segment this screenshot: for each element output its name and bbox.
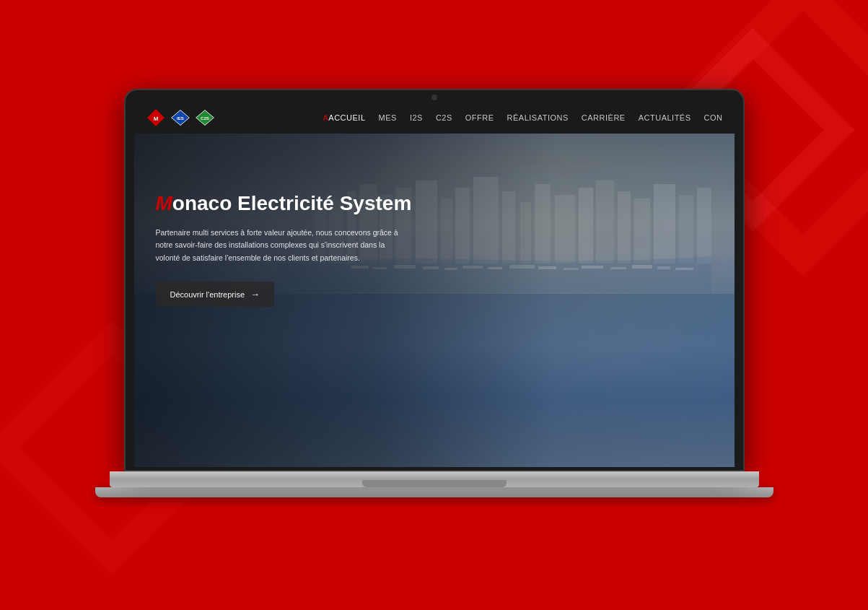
svg-text:IES: IES <box>177 115 184 120</box>
logo-c2s: C2S <box>195 108 215 128</box>
discover-button-label: Découvrir l'entreprise <box>170 290 245 299</box>
hero-content: Monaco Electricité System Partenaire mul… <box>156 191 412 308</box>
navbar-links: AACCUEIL MES I2S C2S OFFRE RÉALISATIONS … <box>323 113 723 122</box>
svg-text:M: M <box>153 116 158 122</box>
hero-title: Monaco Electricité System <box>156 191 412 216</box>
laptop-bottom <box>95 487 773 497</box>
nav-realisations[interactable]: RÉALISATIONS <box>507 113 569 122</box>
nav-con[interactable]: CON <box>704 113 723 122</box>
laptop-mockup: M IES <box>110 89 759 522</box>
hero-title-accent: M <box>156 192 172 214</box>
hero-subtitle: Partenaire multi services à forte valeur… <box>156 227 401 264</box>
hero-section: Monaco Electricité System Partenaire mul… <box>134 134 735 467</box>
nav-actualites[interactable]: ACTUALITÉS <box>639 113 691 122</box>
hero-title-text: onaco Electricité System <box>172 192 411 214</box>
laptop-camera <box>431 95 437 100</box>
website-content: M IES <box>134 102 735 467</box>
laptop-base <box>110 471 759 487</box>
nav-i2s[interactable]: I2S <box>410 113 423 122</box>
navbar-logos: M IES <box>146 108 215 128</box>
svg-text:C2S: C2S <box>201 115 209 120</box>
nav-c2s[interactable]: C2S <box>436 113 452 122</box>
nav-accueil[interactable]: AACCUEIL <box>323 113 366 122</box>
nav-mes[interactable]: MES <box>379 113 397 122</box>
nav-carriere[interactable]: CARRIÈRE <box>582 113 626 122</box>
laptop-screen: M IES <box>134 102 735 467</box>
laptop-screen-outer: M IES <box>124 89 745 471</box>
logo-ies: IES <box>170 108 190 128</box>
logo-red: M <box>146 108 166 128</box>
navbar: M IES <box>134 102 735 134</box>
arrow-icon: → <box>250 289 260 300</box>
discover-button[interactable]: Découvrir l'entreprise → <box>156 282 275 307</box>
nav-offre[interactable]: OFFRE <box>465 113 494 122</box>
